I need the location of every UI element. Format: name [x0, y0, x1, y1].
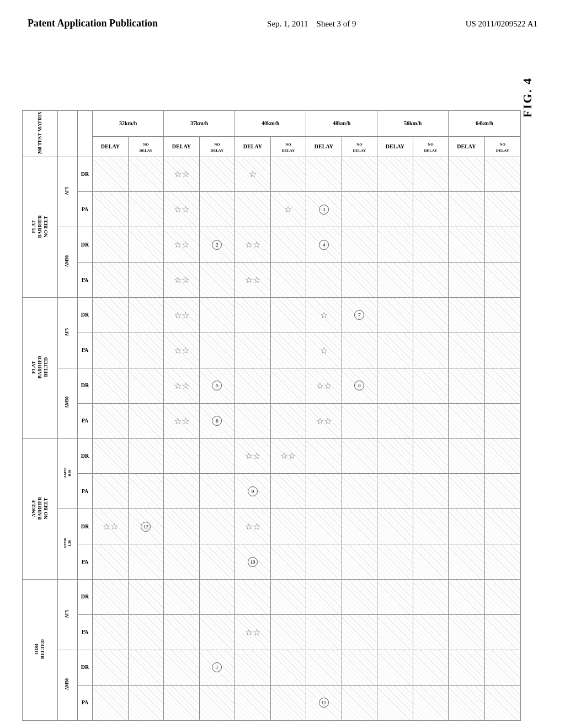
cell-g4r3-32d	[93, 650, 129, 685]
dr-label7: DR	[77, 580, 92, 615]
cell-g2r3-32nd	[128, 368, 164, 403]
cell-g3r1-37nd	[199, 438, 235, 474]
cell-r4-32d	[93, 263, 129, 298]
cell-g2r2-37d: ☆☆	[164, 333, 200, 368]
cell-g3r4-48nd	[342, 544, 377, 580]
cell-g2r4-37nd: 6	[199, 403, 235, 438]
cell-g4r4-32d	[93, 685, 129, 720]
table-title-text: 208 TEST MATRIX	[37, 111, 43, 154]
cell-g3r2-37d	[164, 474, 200, 509]
cell-g4r1-48d	[306, 580, 342, 615]
cell-g2r4-48nd	[342, 403, 377, 438]
cell-r3-48nd	[342, 227, 377, 263]
group2-name: FLATBARRIERBELTED	[23, 298, 58, 439]
cell-g2r2-64nd	[484, 333, 520, 368]
cell-g4r1-64nd	[484, 580, 520, 615]
cell-r2-64nd	[484, 192, 520, 227]
nd-40-1: NODELAY	[270, 136, 306, 157]
pa-label2: PA	[77, 263, 92, 298]
cell-g3r3-64nd	[484, 509, 520, 544]
cell-g4r2-64d	[449, 614, 484, 650]
cell-g4r4-64nd	[484, 685, 520, 720]
cell-r4-48nd	[342, 263, 377, 298]
cell-g4r1-37nd	[199, 580, 235, 615]
cell-g3r1-64nd	[484, 438, 520, 474]
cell-g4r4-56d	[377, 685, 413, 720]
cell-g2r1-56d	[377, 298, 413, 333]
cell-g2r4-56d	[377, 403, 413, 438]
cell-r1-56nd	[413, 157, 449, 192]
cell-g4r3-48d	[306, 650, 342, 685]
cell-g4r2-40nd	[270, 614, 306, 650]
group4-name: ODBBELTED	[23, 580, 58, 721]
nd-32-1: NODELAY	[128, 136, 164, 157]
cell-g2r1-64d	[449, 298, 484, 333]
d-64-1: DELAY	[449, 136, 484, 157]
cell-r4-40nd	[270, 263, 306, 298]
cell-g2r2-40nd	[270, 333, 306, 368]
dr-label3: DR	[77, 298, 92, 333]
cell-g2r3-48d: ☆☆	[306, 368, 342, 403]
cell-g2r1-37d: ☆☆	[164, 298, 200, 333]
cell-r4-37nd	[199, 263, 235, 298]
cell-g3r4-37nd	[199, 544, 235, 580]
pa-label8: PA	[77, 685, 92, 720]
cell-r2-48d: 3	[306, 192, 342, 227]
d-48-1: DELAY	[306, 136, 342, 157]
speed-37: 37km/h	[164, 111, 235, 137]
page-header: Patent Application Publication Sep. 1, 2…	[0, 0, 565, 36]
pa-label7: PA	[77, 614, 92, 650]
cell-g2r3-64d	[449, 368, 484, 403]
nd-64-1: NODELAY	[484, 136, 520, 157]
variant-am50-3: AM50	[57, 650, 77, 720]
cell-g3r1-32nd	[128, 438, 164, 474]
cell-g4r3-40nd	[270, 650, 306, 685]
cell-g3r4-56d	[377, 544, 413, 580]
cell-g3r2-56nd	[413, 474, 449, 509]
cell-g4r3-64d	[449, 650, 484, 685]
cell-r3-56d	[377, 227, 413, 263]
group1-name: FLATBARRIERNO BELT	[23, 157, 58, 298]
cell-g2r3-40nd	[270, 368, 306, 403]
cell-g2r1-56nd	[413, 298, 449, 333]
cell-g3r2-40d: 9	[235, 474, 271, 509]
test-matrix-table: 208 TEST MATRIX 32km/h 37km/h 40km/h 48k…	[22, 110, 521, 721]
cell-g3r3-48d	[306, 509, 342, 544]
cell-g3r4-48d	[306, 544, 342, 580]
cell-g2r1-64nd	[484, 298, 520, 333]
cell-g3r2-32nd	[128, 474, 164, 509]
cell-g3r3-40d: ☆☆	[235, 509, 271, 544]
cell-g4r4-48nd	[342, 685, 377, 720]
variant-am50r30: AM50R30	[57, 438, 77, 509]
cell-r1-37nd	[199, 157, 235, 192]
cell-r2-37d: ☆☆	[164, 192, 200, 227]
cell-r3-37nd: 2	[199, 227, 235, 263]
cell-r4-32nd	[128, 263, 164, 298]
cell-g2r2-48d: ☆	[306, 333, 342, 368]
cell-g3r1-64d	[449, 438, 484, 474]
cell-g4r2-32d	[93, 614, 129, 650]
d-32-1: DELAY	[93, 136, 129, 157]
d-56-1: DELAY	[377, 136, 413, 157]
cell-r4-37d: ☆☆	[164, 263, 200, 298]
cell-g4r3-37nd: 1	[199, 650, 235, 685]
nd-48-1: NODELAY	[342, 136, 377, 157]
dr-label: DR	[77, 157, 92, 192]
cell-g3r1-32d	[93, 438, 129, 474]
cell-g4r4-32nd	[128, 685, 164, 720]
cell-g3r2-37nd	[199, 474, 235, 509]
variant-af5-3: AF5	[57, 580, 77, 650]
variant-am50-1: AM50	[57, 227, 77, 298]
cell-g2r2-40d	[235, 333, 271, 368]
pa-label3: PA	[77, 333, 92, 368]
cell-g3r3-56d	[377, 509, 413, 544]
cell-r3-56nd	[413, 227, 449, 263]
cell-g3r3-48nd	[342, 509, 377, 544]
pa-label4: PA	[77, 403, 92, 438]
cell-g4r4-64d	[449, 685, 484, 720]
speed-32: 32km/h	[93, 111, 164, 137]
cell-g2r3-64nd	[484, 368, 520, 403]
cell-r2-56d	[377, 192, 413, 227]
blank-cell2	[77, 111, 92, 157]
cell-g2r3-32d	[93, 368, 129, 403]
